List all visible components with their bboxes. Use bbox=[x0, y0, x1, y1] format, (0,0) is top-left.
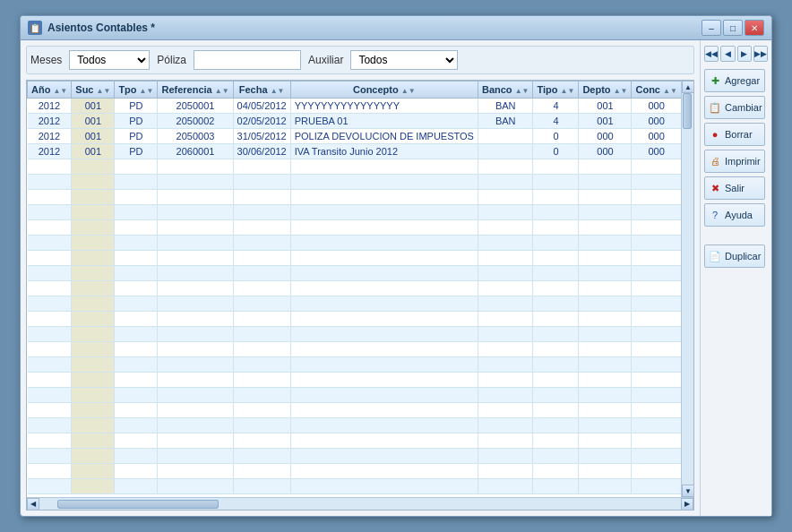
toolbar: Meses Todos Póliza Auxiliar Todos bbox=[26, 46, 694, 74]
table-row-empty bbox=[28, 418, 682, 433]
content-area: Meses Todos Póliza Auxiliar Todos bbox=[21, 40, 771, 516]
nav-last-button[interactable]: ▶▶ bbox=[753, 46, 768, 62]
title-bar: 📋 Asientos Contables * – □ ✕ bbox=[21, 16, 771, 40]
borrar-label: Borrar bbox=[725, 129, 753, 140]
table-row-empty bbox=[28, 327, 682, 342]
table-row-empty bbox=[28, 433, 682, 449]
scroll-right-arrow[interactable]: ▶ bbox=[681, 498, 693, 511]
col-header-referencia[interactable]: Referencia ▲▼ bbox=[158, 82, 233, 99]
poliza-input[interactable] bbox=[194, 50, 301, 70]
table-row-empty bbox=[28, 388, 682, 403]
col-header-tipo2[interactable]: Tipo ▲▼ bbox=[533, 82, 579, 99]
main-panel: Meses Todos Póliza Auxiliar Todos bbox=[21, 40, 700, 516]
table-row[interactable]: 2012001PD206000130/06/2012IVA Transito J… bbox=[28, 144, 682, 159]
table-row-empty bbox=[28, 236, 682, 251]
table-row-empty bbox=[28, 296, 682, 312]
meses-select[interactable]: Todos bbox=[69, 50, 150, 70]
cambiar-button[interactable]: 📋 Cambiar bbox=[704, 96, 765, 119]
scroll-thumb bbox=[683, 93, 692, 129]
table-row[interactable]: 2012001PD205000331/05/2012POLIZA DEVOLUC… bbox=[28, 129, 682, 144]
main-window: 📋 Asientos Contables * – □ ✕ Meses Todos… bbox=[20, 15, 772, 517]
close-button[interactable]: ✕ bbox=[745, 20, 764, 36]
scroll-up-arrow[interactable]: ▲ bbox=[682, 81, 693, 93]
duplicar-icon: 📄 bbox=[709, 250, 721, 262]
imprimir-icon: 🖨 bbox=[709, 155, 721, 167]
cambiar-icon: 📋 bbox=[709, 101, 721, 114]
duplicar-label: Duplicar bbox=[725, 251, 761, 262]
auxiliar-label: Auxiliar bbox=[308, 54, 343, 66]
table-row-empty bbox=[28, 342, 682, 357]
col-header-conc[interactable]: Conc ▲▼ bbox=[632, 82, 681, 99]
table-row[interactable]: 2012001PD205000104/05/2012YYYYYYYYYYYYYY… bbox=[28, 99, 682, 114]
col-header-concepto[interactable]: Concepto ▲▼ bbox=[290, 82, 478, 99]
col-header-depto[interactable]: Depto ▲▼ bbox=[579, 82, 632, 99]
col-header-tipo[interactable]: Tpo ▲▼ bbox=[115, 82, 158, 99]
data-table-container: Año ▲▼ Suc ▲▼ Tpo ▲▼ Referencia ▲▼ Fecha… bbox=[26, 80, 694, 511]
h-scroll-thumb bbox=[57, 500, 219, 509]
table-row-empty bbox=[28, 403, 682, 418]
auxiliar-select[interactable]: Todos bbox=[350, 50, 458, 70]
agregar-button[interactable]: ✚ Agregar bbox=[704, 69, 765, 92]
nav-prev-button[interactable]: ◀ bbox=[720, 46, 735, 62]
ayuda-icon: ? bbox=[709, 209, 721, 221]
app-icon: 📋 bbox=[28, 21, 42, 35]
table-wrapper[interactable]: Año ▲▼ Suc ▲▼ Tpo ▲▼ Referencia ▲▼ Fecha… bbox=[27, 81, 681, 497]
duplicar-button[interactable]: 📄 Duplicar bbox=[704, 245, 765, 268]
sidebar: ◀◀ ◀ ▶ ▶▶ ✚ Agregar 📋 Cambiar ● Borrar 🖨… bbox=[700, 40, 771, 516]
col-header-suc[interactable]: Suc ▲▼ bbox=[72, 82, 115, 99]
table-row-empty bbox=[28, 357, 682, 373]
salir-label: Salir bbox=[725, 183, 745, 193]
borrar-button[interactable]: ● Borrar bbox=[704, 123, 765, 146]
table-row-empty bbox=[28, 312, 682, 327]
scroll-down-arrow[interactable]: ▼ bbox=[682, 485, 693, 497]
meses-label: Meses bbox=[30, 54, 62, 66]
table-row-empty bbox=[28, 479, 682, 494]
data-table: Año ▲▼ Suc ▲▼ Tpo ▲▼ Referencia ▲▼ Fecha… bbox=[27, 81, 681, 494]
nav-next-button[interactable]: ▶ bbox=[737, 46, 752, 62]
table-row-empty bbox=[28, 251, 682, 266]
imprimir-button[interactable]: 🖨 Imprimir bbox=[704, 150, 765, 173]
table-row-empty bbox=[28, 281, 682, 296]
table-row-empty bbox=[28, 159, 682, 175]
title-controls: – □ ✕ bbox=[702, 20, 764, 36]
salir-button[interactable]: ✖ Salir bbox=[704, 176, 765, 200]
table-row-empty bbox=[28, 266, 682, 281]
agregar-label: Agregar bbox=[725, 75, 760, 86]
col-header-banco[interactable]: Banco ▲▼ bbox=[478, 82, 533, 99]
table-row-empty bbox=[28, 220, 682, 236]
table-row-empty bbox=[28, 373, 682, 388]
horizontal-scrollbar[interactable]: ◀ ▶ bbox=[27, 497, 693, 510]
nav-buttons: ◀◀ ◀ ▶ ▶▶ bbox=[704, 46, 768, 62]
ayuda-label: Ayuda bbox=[725, 210, 753, 220]
table-row-empty bbox=[28, 205, 682, 220]
vertical-scrollbar[interactable]: ▲ ▼ bbox=[681, 81, 693, 497]
minimize-button[interactable]: – bbox=[702, 20, 721, 36]
cambiar-label: Cambiar bbox=[725, 102, 762, 113]
table-row-empty bbox=[28, 464, 682, 479]
poliza-label: Póliza bbox=[157, 54, 186, 66]
salir-icon: ✖ bbox=[709, 182, 721, 194]
table-row-empty bbox=[28, 190, 682, 205]
title-bar-left: 📋 Asientos Contables * bbox=[28, 21, 155, 35]
borrar-icon: ● bbox=[709, 128, 721, 141]
ayuda-button[interactable]: ? Ayuda bbox=[704, 203, 765, 227]
col-header-fecha[interactable]: Fecha ▲▼ bbox=[233, 82, 290, 99]
table-row[interactable]: 2012001PD205000202/05/2012PRUEBA 01BAN40… bbox=[28, 114, 682, 129]
maximize-button[interactable]: □ bbox=[723, 20, 743, 36]
window-title: Asientos Contables * bbox=[47, 21, 155, 34]
imprimir-label: Imprimir bbox=[725, 156, 761, 167]
scroll-left-arrow[interactable]: ◀ bbox=[27, 498, 39, 511]
col-header-anio[interactable]: Año ▲▼ bbox=[28, 82, 72, 99]
agregar-icon: ✚ bbox=[709, 74, 721, 87]
table-row-empty bbox=[28, 175, 682, 190]
table-row-empty bbox=[28, 449, 682, 464]
nav-first-button[interactable]: ◀◀ bbox=[704, 46, 719, 62]
scroll-track bbox=[682, 93, 693, 485]
